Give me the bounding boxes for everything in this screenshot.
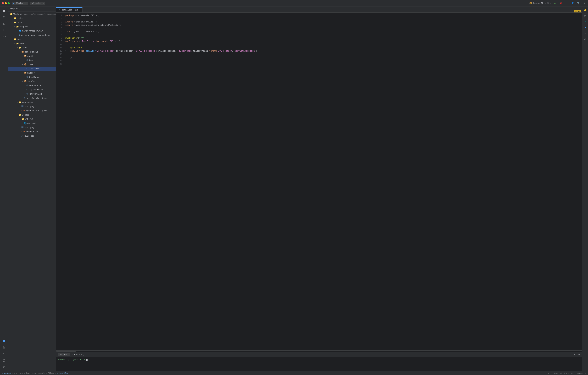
list-item[interactable]: ▾ 📦 filter [8,62,56,67]
code-line: import jakarta.servlet.*; [65,20,582,24]
folder-icon: 📁 [14,17,16,20]
folder-icon: 📁 [14,21,16,24]
list-item[interactable]: ▾ 📁 .mvn [8,20,56,25]
sidebar-item-bookmarks[interactable] [1,338,7,344]
list-item[interactable]: ▾ 📦 mapper [8,71,56,75]
list-item[interactable]: © TestFilter [8,67,56,71]
tree-root[interactable]: ▾ 📁 WebTest ~/Desktop/CS/JavaEE/1 JavaWe… [8,12,56,16]
list-item[interactable]: © FileServlet [8,84,56,88]
debug-button[interactable]: 🐞 [559,1,563,5]
encoding[interactable]: UTF-8 [564,372,569,374]
code-line: public class TestFilter implements Filte… [65,40,582,43]
folder-icon: 📦 [21,50,24,54]
sidebar-item-build[interactable] [1,345,7,350]
svg-point-1 [4,16,5,17]
add-terminal-button[interactable]: + [81,353,82,356]
list-item[interactable]: 🔷 maven-wrapper.jar [8,29,56,33]
branch-selector[interactable]: ⎇ master ⌄ [30,2,45,5]
gradle-button[interactable]: m [583,20,588,24]
list-item[interactable]: © HelloServlet.java [8,96,56,100]
list-item[interactable]: ▾ 📁 WEB-INF [8,117,56,122]
tab-close-button[interactable]: ✕ [79,9,80,11]
ai-button[interactable]: ● [583,25,588,30]
sidebar-item-terminal[interactable] [1,351,7,357]
maximize-button[interactable] [8,2,10,4]
settings-icon[interactable]: ⚙ [548,372,549,374]
profile-button[interactable] [583,37,588,41]
list-item[interactable]: © TimeServlet [8,92,56,96]
cursor-position[interactable]: 16:1 [554,372,558,374]
horizontal-scrollbar[interactable] [56,350,582,352]
list-item[interactable]: # style.css [8,134,56,138]
svg-point-5 [3,23,4,24]
list-item[interactable]: ▾ 📦 servlet [8,79,56,84]
sidebar-item-git[interactable] [1,14,7,20]
sidebar-item-users[interactable] [1,21,7,27]
git-branch-icon: ⎇ [32,2,34,4]
list-item[interactable]: 🌐 web.xml [8,122,56,126]
list-item[interactable]: ▾ 📁 java [8,46,56,50]
list-item[interactable]: ▾ 📁 resources [8,100,56,105]
breadcrumb-sep: › [46,372,47,374]
sidebar-item-vcs[interactable] [1,364,7,370]
code-editor[interactable]: 1 2 3 4 5 6 7 8 9 10 11 12 13 14 [56,13,582,350]
search-button[interactable]: 🔍 [577,1,580,5]
breadcrumb[interactable]: ⊙ WebTest › src › main › java › com › ex… [2,372,69,374]
sidebar-item-problems[interactable] [1,357,7,363]
list-item[interactable]: ⚙ maven-wrapper.properties [8,33,56,37]
terminal-more-button[interactable]: ⌄ [83,353,84,356]
more-button[interactable]: ⋯ [565,1,568,5]
file-tree[interactable]: ▾ 📁 WebTest ~/Desktop/CS/JavaEE/1 JavaWe… [8,11,56,371]
list-item[interactable]: 🖼 icon.png [8,126,56,130]
list-item[interactable]: ▸ 📁 .idea [8,16,56,20]
list-item[interactable]: ▾ 📦 com.example [8,50,56,54]
list-item[interactable]: ▾ 📁 wrapper [8,25,56,29]
sidebar-item-plugins[interactable] [1,27,7,33]
line-ending[interactable]: LF [560,372,562,374]
list-item[interactable]: ▾ 📁 main [8,41,56,46]
terminal-close-button[interactable]: ✕ [79,354,80,356]
tomcat-selector[interactable]: 🐱 Tomcat 10.1.23 ⌄ [529,2,551,5]
list-item[interactable]: 🖼 icon.png [8,105,56,109]
list-item[interactable]: © LoginServlet [8,88,56,92]
folder-icon: 📁 [10,12,13,16]
indent-info[interactable]: 4 spaces [574,372,583,374]
left-iconbar-bottom [1,338,7,371]
terminal-content[interactable]: WebTest git:(master) ✗ [56,357,582,371]
breadcrumb-filter: filter [48,372,54,374]
list-item[interactable]: </> mybatis-config.xml [8,109,56,113]
code-line [65,27,582,30]
tree-item-label: User [29,59,33,62]
svg-rect-8 [4,29,5,30]
bottom-tab-actions: ⋯ — [573,353,581,356]
copilot-button[interactable]: ✦ [583,31,588,36]
java-icon: © [27,88,28,92]
list-item[interactable]: ▾ 📁 src [8,37,56,41]
sidebar-item-more[interactable]: ··· [1,34,7,40]
close-button[interactable] [2,2,4,4]
scrollbar-thumb[interactable] [56,351,76,352]
list-item[interactable]: © UserMapper [8,75,56,79]
minimize-button[interactable] [5,2,7,4]
database-button[interactable] [583,14,588,18]
terminal-tab[interactable]: Terminal [58,353,70,356]
settings-button[interactable]: ⚙ [582,1,586,5]
terminal-minimize-button[interactable]: — [577,353,581,356]
arrow-icon: ▾ [17,46,19,50]
list-item[interactable]: © User [8,58,56,62]
project-selector[interactable]: WT WebTest ⌄ [12,2,28,5]
expand-icon[interactable]: ⤢ [585,372,586,374]
svg-point-15 [4,361,4,361]
svg-point-6 [4,23,5,23]
list-item[interactable]: </> index.html [8,130,56,134]
run-button[interactable]: ▶ [553,1,557,5]
arrow-icon: ▾ [22,54,24,58]
terminal-options-button[interactable]: ⋯ [573,353,576,356]
list-item[interactable]: ▾ 📦 entity [8,54,56,58]
account-button[interactable]: 👤 [571,1,574,5]
notifications-button[interactable]: 🔔 [583,8,588,12]
list-item[interactable]: ▾ 📁 webapp [8,113,56,117]
tree-item-label: web.xml [27,122,36,125]
editor-tab[interactable]: © TestFilter.java ✕ [56,7,83,12]
sidebar-item-folder[interactable] [1,8,7,14]
